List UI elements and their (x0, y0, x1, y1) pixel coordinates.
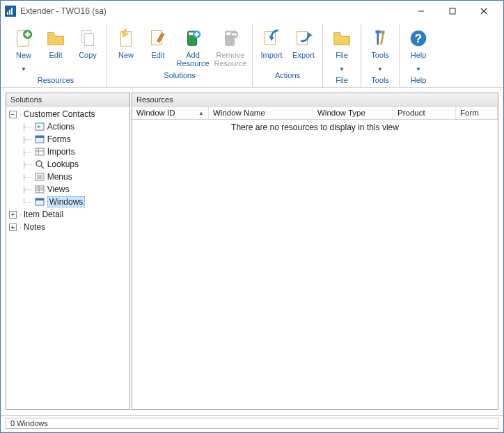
column-header-product[interactable]: Product (393, 107, 456, 119)
new-resource-button[interactable]: New ▼ (8, 24, 40, 74)
solutions-tree[interactable]: −·Customer Contacts├··Actions├··Forms├··… (6, 107, 129, 409)
ribbon-group-actions: Import Export Actions (253, 24, 323, 87)
expand-icon[interactable]: + (9, 211, 17, 219)
ribbon-group-file: File ▼File (323, 24, 361, 87)
new-solution-button[interactable]: New (110, 24, 142, 69)
svg-rect-12 (84, 33, 93, 45)
grid-empty-message: There are no resources to display in thi… (231, 123, 399, 409)
svg-rect-1 (9, 10, 10, 15)
expand-icon[interactable]: + (9, 223, 17, 231)
tools-icon (369, 27, 391, 49)
close-button[interactable] (468, 1, 499, 21)
lookups-icon (34, 159, 45, 170)
ribbon-button-label: Edit (49, 51, 63, 68)
pages-copy-icon (77, 27, 99, 49)
tree-node-windows[interactable]: └··Windows (6, 196, 129, 208)
svg-rect-31 (375, 31, 380, 33)
column-label: Product (397, 109, 425, 117)
column-label: Form (460, 109, 479, 117)
ribbon-group-label: Tools (364, 74, 396, 87)
column-header-window-type[interactable]: Window Type (313, 107, 393, 119)
tree-node-customer-contacts[interactable]: −·Customer Contacts (6, 108, 129, 120)
svg-rect-54 (36, 198, 44, 200)
solutions-header: Solutions (6, 93, 129, 107)
collapse-icon[interactable]: − (9, 111, 17, 118)
export-button[interactable]: Export (288, 24, 320, 69)
column-header-form[interactable]: Form (456, 107, 498, 119)
resources-panel: Resources Window ID▲Window NameWindow Ty… (132, 93, 498, 410)
tree-node-label: Customer Contacts (24, 109, 95, 119)
svg-rect-0 (7, 12, 8, 15)
ribbon-group-resources: New ▼ Edit Copy Resources (5, 24, 107, 87)
sort-asc-icon: ▲ (198, 110, 204, 116)
ribbon-group-solutions: New Edit AddResource RemoveResource Solu… (107, 24, 253, 87)
svg-rect-2 (11, 8, 13, 15)
column-label: Window ID (136, 109, 175, 117)
tree-node-item-detail[interactable]: +·Item Detail (6, 208, 129, 221)
tree-node-imports[interactable]: ├··Imports (6, 145, 129, 158)
ribbon-button-label: File (336, 51, 348, 68)
status-text: 0 Windows (6, 418, 498, 429)
page-star-icon (115, 27, 137, 49)
minimize-button[interactable] (405, 1, 436, 21)
edit-resource-button[interactable]: Edit (40, 24, 72, 74)
ribbon-button-label: Copy (79, 51, 97, 68)
ribbon-button-label: Help (411, 51, 427, 68)
column-label: Window Name (213, 109, 265, 117)
ribbon-group-label: Actions (255, 69, 320, 82)
resources-header: Resources (132, 93, 498, 107)
ribbon-button-label: RemoveResource (214, 51, 246, 68)
tree-node-views[interactable]: ├··Views (6, 183, 129, 196)
ribbon-button-label: Import (260, 51, 282, 68)
remove-resource-button: RemoveResource (212, 24, 249, 69)
ribbon-button-label: Edit (152, 51, 165, 68)
svg-rect-25 (232, 33, 237, 35)
add-resource-button[interactable]: AddResource (174, 24, 212, 69)
help-icon: ? (407, 27, 430, 49)
ribbon-button-label: New (118, 51, 134, 68)
column-header-window-id[interactable]: Window ID▲ (132, 107, 209, 119)
edit-solution-button[interactable]: Edit (142, 24, 174, 69)
work-area: Solutions −·Customer Contacts├··Actions├… (1, 88, 503, 415)
book-plus-icon (182, 27, 204, 49)
solutions-panel: Solutions −·Customer Contacts├··Actions├… (6, 93, 130, 410)
ribbon-group-label: File (326, 74, 358, 87)
svg-rect-49 (36, 186, 44, 193)
tree-node-notes[interactable]: +·Notes (6, 221, 129, 233)
tree-node-lookups[interactable]: ├··Lookups (6, 158, 129, 171)
actions-icon (34, 121, 45, 132)
help-button[interactable]: ? Help ▼ (402, 24, 434, 74)
grid-body: There are no resources to display in thi… (132, 120, 498, 409)
svg-marker-29 (308, 32, 313, 38)
views-icon (34, 184, 45, 195)
tree-node-label: Notes (24, 222, 45, 232)
tree-node-actions[interactable]: ├··Actions (6, 120, 129, 133)
dropdown-caret-icon: ▼ (339, 66, 345, 72)
import-button[interactable]: Import (255, 24, 288, 69)
export-arrow-icon (292, 27, 315, 49)
tree-node-label: Item Detail (24, 210, 63, 219)
imports-icon (34, 146, 45, 157)
tools-button[interactable]: Tools ▼ (364, 24, 396, 74)
maximize-button[interactable] (436, 1, 468, 21)
column-header-window-name[interactable]: Window Name (209, 107, 313, 119)
svg-rect-10 (25, 33, 31, 36)
tree-node-forms[interactable]: ├··Forms (6, 133, 129, 145)
copy-resource-button[interactable]: Copy (72, 24, 104, 74)
ribbon-button-label: New (16, 51, 31, 68)
folder-icon (331, 27, 353, 49)
ribbon-group-label: Help (402, 74, 434, 87)
column-label: Window Type (317, 109, 365, 117)
svg-point-43 (36, 161, 42, 166)
tree-node-menus[interactable]: ├··Menus (6, 171, 129, 183)
app-icon (5, 6, 16, 17)
page-pencil-icon (147, 27, 169, 49)
tree-node-label: Views (47, 184, 70, 194)
windows-icon (34, 196, 45, 207)
dropdown-caret-icon: ▼ (416, 66, 421, 72)
file-button[interactable]: File ▼ (326, 24, 358, 74)
svg-rect-21 (194, 33, 199, 35)
titlebar: Extender - TWO16 (sa) (1, 1, 503, 22)
svg-line-44 (41, 166, 44, 168)
grid-header: Window ID▲Window NameWindow TypeProductF… (132, 107, 498, 120)
